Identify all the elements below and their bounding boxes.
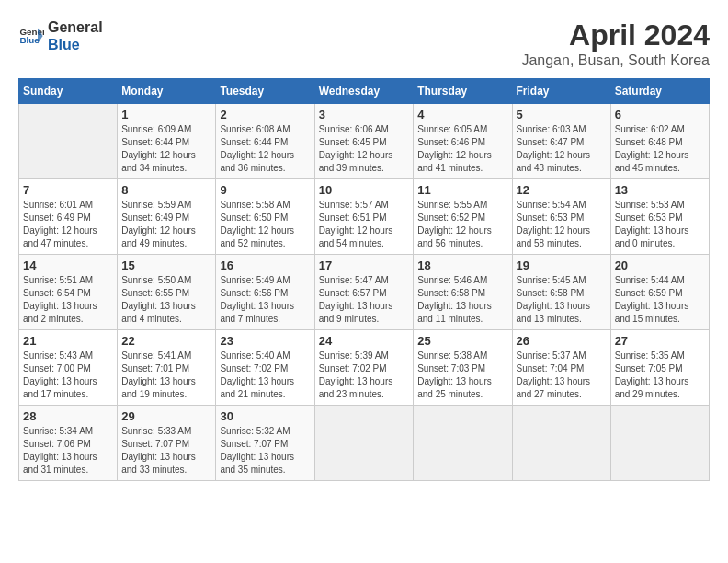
header-day-monday: Monday bbox=[118, 79, 216, 104]
day-info: Sunrise: 5:59 AM Sunset: 6:49 PM Dayligh… bbox=[121, 199, 211, 250]
calendar-cell: 25Sunrise: 5:38 AM Sunset: 7:03 PM Dayli… bbox=[414, 330, 512, 406]
day-info: Sunrise: 5:57 AM Sunset: 6:51 PM Dayligh… bbox=[319, 199, 410, 250]
calendar-cell: 17Sunrise: 5:47 AM Sunset: 6:57 PM Dayli… bbox=[314, 255, 414, 330]
calendar-cell: 9Sunrise: 5:58 AM Sunset: 6:50 PM Daylig… bbox=[216, 179, 314, 255]
day-number: 28 bbox=[23, 409, 113, 423]
calendar-cell: 13Sunrise: 5:53 AM Sunset: 6:53 PM Dayli… bbox=[610, 179, 709, 255]
logo: General Blue General Blue bbox=[18, 18, 103, 53]
calendar-header-row: SundayMondayTuesdayWednesdayThursdayFrid… bbox=[19, 79, 710, 104]
day-number: 13 bbox=[615, 183, 705, 197]
day-info: Sunrise: 5:55 AM Sunset: 6:52 PM Dayligh… bbox=[417, 199, 507, 250]
calendar-cell: 1Sunrise: 6:09 AM Sunset: 6:44 PM Daylig… bbox=[118, 104, 216, 179]
calendar-cell: 20Sunrise: 5:44 AM Sunset: 6:59 PM Dayli… bbox=[610, 255, 709, 330]
day-number: 17 bbox=[319, 259, 410, 272]
day-info: Sunrise: 6:06 AM Sunset: 6:45 PM Dayligh… bbox=[319, 123, 410, 175]
calendar-cell: 8Sunrise: 5:59 AM Sunset: 6:49 PM Daylig… bbox=[118, 179, 216, 255]
calendar-cell bbox=[19, 104, 118, 179]
week-row-1: 1Sunrise: 6:09 AM Sunset: 6:44 PM Daylig… bbox=[19, 104, 710, 179]
day-number: 19 bbox=[517, 259, 607, 272]
day-number: 8 bbox=[121, 183, 211, 197]
header-day-thursday: Thursday bbox=[414, 79, 512, 104]
day-info: Sunrise: 6:02 AM Sunset: 6:48 PM Dayligh… bbox=[615, 123, 705, 175]
day-info: Sunrise: 6:05 AM Sunset: 6:46 PM Dayligh… bbox=[417, 123, 507, 175]
day-number: 20 bbox=[615, 259, 705, 272]
calendar-cell: 3Sunrise: 6:06 AM Sunset: 6:45 PM Daylig… bbox=[314, 104, 414, 179]
day-info: Sunrise: 5:38 AM Sunset: 7:03 PM Dayligh… bbox=[417, 350, 507, 401]
day-info: Sunrise: 6:01 AM Sunset: 6:49 PM Dayligh… bbox=[23, 199, 113, 250]
header-day-saturday: Saturday bbox=[610, 79, 709, 104]
calendar-cell: 22Sunrise: 5:41 AM Sunset: 7:01 PM Dayli… bbox=[118, 330, 216, 406]
calendar-cell: 10Sunrise: 5:57 AM Sunset: 6:51 PM Dayli… bbox=[314, 179, 414, 255]
day-number: 14 bbox=[23, 259, 113, 272]
calendar-table: SundayMondayTuesdayWednesdayThursdayFrid… bbox=[18, 78, 710, 481]
day-info: Sunrise: 5:34 AM Sunset: 7:06 PM Dayligh… bbox=[23, 425, 113, 477]
day-info: Sunrise: 6:03 AM Sunset: 6:47 PM Dayligh… bbox=[517, 123, 607, 175]
calendar-cell: 19Sunrise: 5:45 AM Sunset: 6:58 PM Dayli… bbox=[512, 255, 610, 330]
calendar-cell: 2Sunrise: 6:08 AM Sunset: 6:44 PM Daylig… bbox=[216, 104, 314, 179]
day-number: 12 bbox=[517, 183, 607, 197]
calendar-title: April 2024 bbox=[521, 18, 710, 52]
day-number: 16 bbox=[220, 259, 310, 272]
day-info: Sunrise: 5:50 AM Sunset: 6:55 PM Dayligh… bbox=[121, 274, 211, 326]
title-area: April 2024 Jangan, Busan, South Korea bbox=[521, 18, 710, 69]
header-day-friday: Friday bbox=[512, 79, 610, 104]
day-number: 25 bbox=[417, 334, 507, 348]
day-number: 4 bbox=[417, 108, 507, 121]
day-number: 26 bbox=[517, 334, 607, 348]
logo-text-general: General bbox=[48, 18, 103, 36]
calendar-cell: 5Sunrise: 6:03 AM Sunset: 6:47 PM Daylig… bbox=[512, 104, 610, 179]
calendar-cell: 4Sunrise: 6:05 AM Sunset: 6:46 PM Daylig… bbox=[414, 104, 512, 179]
calendar-subtitle: Jangan, Busan, South Korea bbox=[521, 52, 710, 69]
day-info: Sunrise: 5:32 AM Sunset: 7:07 PM Dayligh… bbox=[220, 425, 310, 477]
calendar-cell: 29Sunrise: 5:33 AM Sunset: 7:07 PM Dayli… bbox=[118, 406, 216, 481]
day-number: 29 bbox=[121, 409, 211, 423]
calendar-cell: 14Sunrise: 5:51 AM Sunset: 6:54 PM Dayli… bbox=[19, 255, 118, 330]
day-number: 15 bbox=[121, 259, 211, 272]
header-day-wednesday: Wednesday bbox=[314, 79, 414, 104]
day-number: 30 bbox=[220, 409, 310, 423]
week-row-2: 7Sunrise: 6:01 AM Sunset: 6:49 PM Daylig… bbox=[19, 179, 710, 255]
day-info: Sunrise: 5:35 AM Sunset: 7:05 PM Dayligh… bbox=[615, 350, 705, 401]
calendar-cell bbox=[314, 406, 414, 481]
header-day-sunday: Sunday bbox=[19, 79, 118, 104]
calendar-cell bbox=[414, 406, 512, 481]
calendar-cell: 26Sunrise: 5:37 AM Sunset: 7:04 PM Dayli… bbox=[512, 330, 610, 406]
calendar-cell: 6Sunrise: 6:02 AM Sunset: 6:48 PM Daylig… bbox=[610, 104, 709, 179]
day-number: 23 bbox=[220, 334, 310, 348]
day-info: Sunrise: 5:44 AM Sunset: 6:59 PM Dayligh… bbox=[615, 274, 705, 326]
day-number: 18 bbox=[417, 259, 507, 272]
calendar-cell: 21Sunrise: 5:43 AM Sunset: 7:00 PM Dayli… bbox=[19, 330, 118, 406]
day-number: 6 bbox=[615, 108, 705, 121]
week-row-3: 14Sunrise: 5:51 AM Sunset: 6:54 PM Dayli… bbox=[19, 255, 710, 330]
day-number: 21 bbox=[23, 334, 113, 348]
logo-text-blue: Blue bbox=[48, 36, 103, 53]
calendar-cell: 27Sunrise: 5:35 AM Sunset: 7:05 PM Dayli… bbox=[610, 330, 709, 406]
header: General Blue General Blue April 2024 Jan… bbox=[18, 18, 710, 69]
day-number: 5 bbox=[517, 108, 607, 121]
day-number: 3 bbox=[319, 108, 410, 121]
day-number: 9 bbox=[220, 183, 310, 197]
calendar-cell: 11Sunrise: 5:55 AM Sunset: 6:52 PM Dayli… bbox=[414, 179, 512, 255]
day-info: Sunrise: 5:53 AM Sunset: 6:53 PM Dayligh… bbox=[615, 199, 705, 250]
calendar-cell: 23Sunrise: 5:40 AM Sunset: 7:02 PM Dayli… bbox=[216, 330, 314, 406]
header-day-tuesday: Tuesday bbox=[216, 79, 314, 104]
day-info: Sunrise: 5:47 AM Sunset: 6:57 PM Dayligh… bbox=[319, 274, 410, 326]
calendar-cell: 30Sunrise: 5:32 AM Sunset: 7:07 PM Dayli… bbox=[216, 406, 314, 481]
calendar-cell: 28Sunrise: 5:34 AM Sunset: 7:06 PM Dayli… bbox=[19, 406, 118, 481]
calendar-cell: 12Sunrise: 5:54 AM Sunset: 6:53 PM Dayli… bbox=[512, 179, 610, 255]
day-info: Sunrise: 5:40 AM Sunset: 7:02 PM Dayligh… bbox=[220, 350, 310, 401]
day-info: Sunrise: 5:54 AM Sunset: 6:53 PM Dayligh… bbox=[517, 199, 607, 250]
calendar-cell: 15Sunrise: 5:50 AM Sunset: 6:55 PM Dayli… bbox=[118, 255, 216, 330]
day-info: Sunrise: 5:45 AM Sunset: 6:58 PM Dayligh… bbox=[517, 274, 607, 326]
day-info: Sunrise: 5:41 AM Sunset: 7:01 PM Dayligh… bbox=[121, 350, 211, 401]
day-info: Sunrise: 6:09 AM Sunset: 6:44 PM Dayligh… bbox=[121, 123, 211, 175]
calendar-cell bbox=[610, 406, 709, 481]
calendar-cell: 7Sunrise: 6:01 AM Sunset: 6:49 PM Daylig… bbox=[19, 179, 118, 255]
day-info: Sunrise: 5:37 AM Sunset: 7:04 PM Dayligh… bbox=[517, 350, 607, 401]
week-row-5: 28Sunrise: 5:34 AM Sunset: 7:06 PM Dayli… bbox=[19, 406, 710, 481]
day-number: 7 bbox=[23, 183, 113, 197]
week-row-4: 21Sunrise: 5:43 AM Sunset: 7:00 PM Dayli… bbox=[19, 330, 710, 406]
calendar-cell: 16Sunrise: 5:49 AM Sunset: 6:56 PM Dayli… bbox=[216, 255, 314, 330]
day-info: Sunrise: 5:49 AM Sunset: 6:56 PM Dayligh… bbox=[220, 274, 310, 326]
calendar-cell: 18Sunrise: 5:46 AM Sunset: 6:58 PM Dayli… bbox=[414, 255, 512, 330]
